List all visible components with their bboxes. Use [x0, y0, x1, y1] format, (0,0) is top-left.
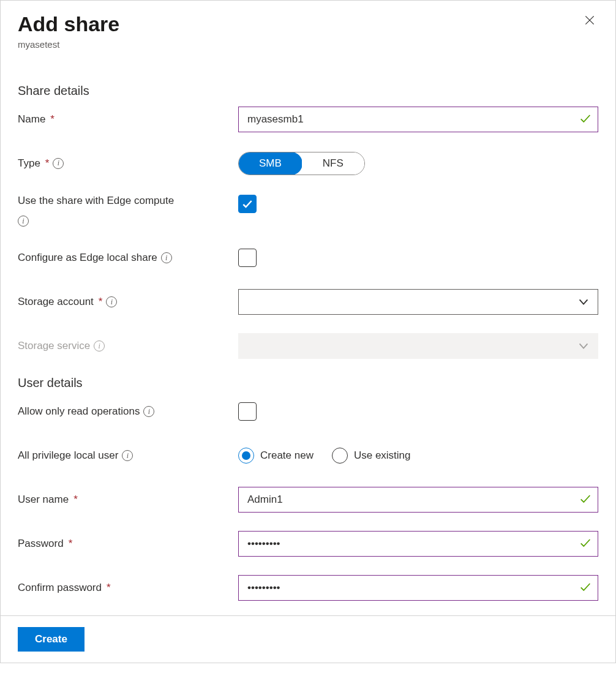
info-icon: i: [94, 340, 105, 351]
edge-local-row: Configure as Edge local share i: [18, 245, 598, 271]
required-asterisk: *: [99, 296, 103, 308]
storage-account-label: Storage account * i: [18, 296, 238, 308]
edge-compute-label: Use the share with Edge compute i: [18, 195, 238, 227]
storage-account-dropdown[interactable]: [238, 289, 598, 315]
read-only-checkbox[interactable]: [238, 402, 257, 421]
read-only-row: Allow only read operations i: [18, 399, 598, 424]
name-row: Name *: [18, 107, 598, 132]
password-row: Password *: [18, 531, 598, 557]
password-input[interactable]: [238, 531, 598, 557]
storage-service-label: Storage service i: [18, 340, 238, 352]
user-details-heading: User details: [18, 376, 598, 390]
panel-content: Share details Name * Type * i: [1, 54, 615, 616]
type-label: Type * i: [18, 157, 238, 170]
radio-create-new[interactable]: Create new: [238, 448, 314, 464]
local-user-label: All privilege local user i: [18, 449, 238, 462]
confirm-password-label: Confirm password *: [18, 582, 238, 594]
create-button[interactable]: Create: [18, 627, 85, 652]
confirm-password-row: Confirm password *: [18, 575, 598, 601]
chevron-down-icon: [577, 295, 590, 309]
local-user-radio-group: Create new Use existing: [238, 448, 411, 464]
title-block: Add share myasetest: [18, 12, 119, 50]
check-icon: [579, 581, 592, 596]
radio-icon: [332, 448, 348, 464]
info-icon[interactable]: i: [106, 296, 117, 307]
storage-account-row: Storage account * i: [18, 289, 598, 315]
close-button[interactable]: [581, 12, 598, 29]
info-icon[interactable]: i: [53, 158, 64, 169]
required-asterisk: *: [69, 538, 73, 550]
resource-subtitle: myasetest: [18, 39, 119, 50]
type-toggle: SMB NFS: [238, 152, 365, 175]
radio-icon: [238, 448, 254, 464]
local-user-row: All privilege local user i Create new Us…: [18, 443, 598, 468]
type-option-smb[interactable]: SMB: [238, 152, 302, 175]
check-icon: [579, 111, 592, 127]
info-icon[interactable]: i: [161, 252, 172, 263]
required-asterisk: *: [73, 494, 78, 506]
info-icon[interactable]: i: [143, 406, 154, 417]
read-only-label: Allow only read operations i: [18, 405, 238, 418]
chevron-down-icon: [577, 339, 590, 353]
name-label: Name *: [18, 113, 238, 126]
edge-local-checkbox[interactable]: [238, 249, 257, 267]
username-label: User name *: [18, 494, 238, 506]
add-share-panel: Add share myasetest Share details Name *: [0, 0, 616, 663]
panel-footer: Create: [1, 615, 615, 663]
check-icon: [579, 536, 592, 552]
type-option-nfs[interactable]: NFS: [302, 152, 364, 175]
storage-service-row: Storage service i: [18, 333, 598, 359]
required-asterisk: *: [107, 582, 111, 594]
radio-use-existing[interactable]: Use existing: [332, 448, 411, 464]
close-icon: [584, 14, 596, 26]
page-title: Add share: [18, 12, 119, 37]
required-asterisk: *: [45, 157, 50, 170]
username-input[interactable]: [238, 487, 598, 513]
info-icon[interactable]: i: [18, 216, 29, 227]
password-label: Password *: [18, 538, 238, 550]
required-asterisk: *: [50, 113, 54, 126]
edge-local-label: Configure as Edge local share i: [18, 252, 238, 264]
username-row: User name *: [18, 487, 598, 513]
share-details-heading: Share details: [18, 84, 598, 98]
type-row: Type * i SMB NFS: [18, 151, 598, 176]
panel-header: Add share myasetest: [1, 1, 615, 54]
check-icon: [579, 492, 592, 508]
storage-service-dropdown: [238, 333, 598, 359]
edge-compute-row: Use the share with Edge compute i: [18, 195, 598, 227]
edge-compute-checkbox[interactable]: [238, 195, 257, 213]
confirm-password-input[interactable]: [238, 575, 598, 601]
name-input[interactable]: [238, 107, 598, 132]
info-icon[interactable]: i: [122, 450, 133, 461]
